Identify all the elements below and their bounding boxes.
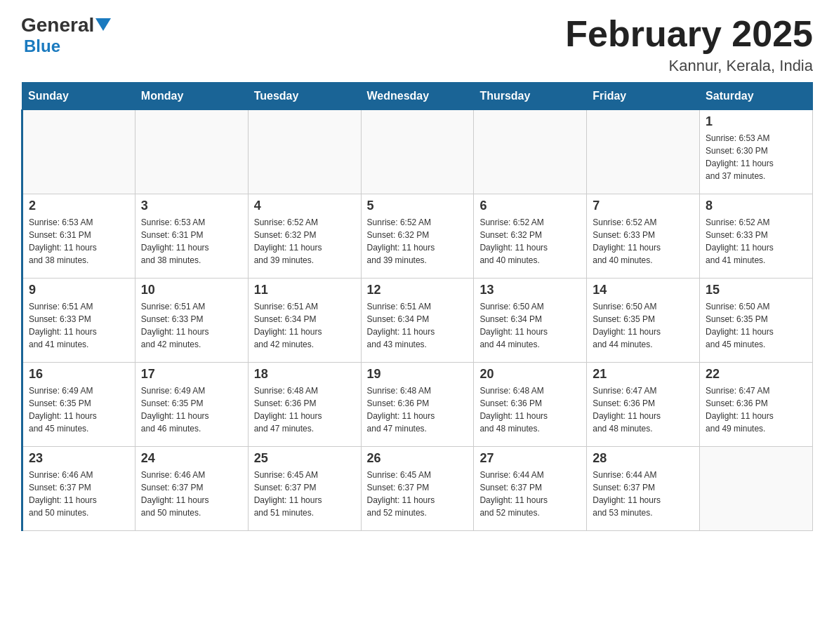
calendar-cell: 20Sunrise: 6:48 AMSunset: 6:36 PMDayligh… — [474, 363, 587, 447]
calendar-cell: 19Sunrise: 6:48 AMSunset: 6:36 PMDayligh… — [361, 363, 474, 447]
day-number: 10 — [141, 283, 242, 297]
day-number: 8 — [706, 199, 807, 213]
day-info: Sunrise: 6:50 AMSunset: 6:35 PMDaylight:… — [706, 300, 807, 351]
calendar-header-thursday: Thursday — [474, 83, 587, 110]
day-info: Sunrise: 6:47 AMSunset: 6:36 PMDaylight:… — [593, 384, 694, 435]
page-header: General Blue February 2025 Kannur, Keral… — [21, 14, 813, 75]
day-info: Sunrise: 6:53 AMSunset: 6:31 PMDaylight:… — [141, 216, 242, 267]
calendar-week-row: 9Sunrise: 6:51 AMSunset: 6:33 PMDaylight… — [22, 279, 813, 363]
logo-arrow-icon — [95, 18, 111, 34]
calendar-week-row: 16Sunrise: 6:49 AMSunset: 6:35 PMDayligh… — [22, 363, 813, 447]
calendar-header-row: SundayMondayTuesdayWednesdayThursdayFrid… — [22, 83, 813, 110]
day-info: Sunrise: 6:52 AMSunset: 6:32 PMDaylight:… — [479, 216, 581, 267]
calendar-cell: 6Sunrise: 6:52 AMSunset: 6:32 PMDaylight… — [474, 194, 587, 279]
calendar-cell: 24Sunrise: 6:46 AMSunset: 6:37 PMDayligh… — [135, 447, 248, 531]
day-number: 21 — [593, 367, 694, 382]
calendar-cell — [700, 447, 813, 531]
calendar-cell: 9Sunrise: 6:51 AMSunset: 6:33 PMDaylight… — [22, 279, 135, 363]
day-number: 22 — [706, 367, 807, 382]
calendar-cell: 11Sunrise: 6:51 AMSunset: 6:34 PMDayligh… — [248, 279, 361, 363]
day-number: 4 — [254, 199, 355, 213]
day-number: 27 — [479, 451, 581, 466]
day-info: Sunrise: 6:52 AMSunset: 6:32 PMDaylight:… — [254, 216, 355, 267]
calendar-cell: 21Sunrise: 6:47 AMSunset: 6:36 PMDayligh… — [587, 363, 700, 447]
day-info: Sunrise: 6:47 AMSunset: 6:36 PMDaylight:… — [706, 384, 807, 435]
day-info: Sunrise: 6:50 AMSunset: 6:35 PMDaylight:… — [593, 300, 694, 351]
calendar-cell — [248, 110, 361, 194]
day-info: Sunrise: 6:52 AMSunset: 6:32 PMDaylight:… — [367, 216, 468, 267]
calendar-cell: 14Sunrise: 6:50 AMSunset: 6:35 PMDayligh… — [587, 279, 700, 363]
day-number: 9 — [29, 283, 129, 297]
day-number: 14 — [593, 283, 694, 297]
day-info: Sunrise: 6:48 AMSunset: 6:36 PMDaylight:… — [367, 384, 468, 435]
day-number: 19 — [367, 367, 468, 382]
day-number: 5 — [367, 199, 468, 213]
calendar-week-row: 1Sunrise: 6:53 AMSunset: 6:30 PMDaylight… — [22, 110, 813, 194]
calendar-header-monday: Monday — [135, 83, 248, 110]
calendar-cell — [361, 110, 474, 194]
location: Kannur, Kerala, India — [565, 57, 813, 75]
calendar-header-friday: Friday — [587, 83, 700, 110]
calendar-cell — [587, 110, 700, 194]
title-area: February 2025 Kannur, Kerala, India — [565, 14, 813, 75]
day-info: Sunrise: 6:52 AMSunset: 6:33 PMDaylight:… — [593, 216, 694, 267]
day-info: Sunrise: 6:52 AMSunset: 6:33 PMDaylight:… — [706, 216, 807, 267]
calendar-header-tuesday: Tuesday — [248, 83, 361, 110]
calendar-cell: 26Sunrise: 6:45 AMSunset: 6:37 PMDayligh… — [361, 447, 474, 531]
calendar-cell — [474, 110, 587, 194]
calendar-cell: 2Sunrise: 6:53 AMSunset: 6:31 PMDaylight… — [22, 194, 135, 279]
day-number: 11 — [254, 283, 355, 297]
calendar-cell: 10Sunrise: 6:51 AMSunset: 6:33 PMDayligh… — [135, 279, 248, 363]
calendar-week-row: 23Sunrise: 6:46 AMSunset: 6:37 PMDayligh… — [22, 447, 813, 531]
day-number: 25 — [254, 451, 355, 466]
day-number: 28 — [593, 451, 694, 466]
day-number: 15 — [706, 283, 807, 297]
calendar-cell — [22, 110, 135, 194]
day-info: Sunrise: 6:46 AMSunset: 6:37 PMDaylight:… — [29, 469, 129, 519]
calendar-cell: 4Sunrise: 6:52 AMSunset: 6:32 PMDaylight… — [248, 194, 361, 279]
day-number: 26 — [367, 451, 468, 466]
calendar-cell: 13Sunrise: 6:50 AMSunset: 6:34 PMDayligh… — [474, 279, 587, 363]
day-number: 7 — [593, 199, 694, 213]
day-info: Sunrise: 6:49 AMSunset: 6:35 PMDaylight:… — [141, 384, 242, 435]
calendar-cell: 12Sunrise: 6:51 AMSunset: 6:34 PMDayligh… — [361, 279, 474, 363]
day-number: 3 — [141, 199, 242, 213]
calendar-cell: 22Sunrise: 6:47 AMSunset: 6:36 PMDayligh… — [700, 363, 813, 447]
calendar-cell: 16Sunrise: 6:49 AMSunset: 6:35 PMDayligh… — [22, 363, 135, 447]
day-info: Sunrise: 6:44 AMSunset: 6:37 PMDaylight:… — [479, 469, 581, 519]
calendar-cell: 17Sunrise: 6:49 AMSunset: 6:35 PMDayligh… — [135, 363, 248, 447]
day-number: 12 — [367, 283, 468, 297]
day-number: 16 — [29, 367, 129, 382]
day-number: 2 — [29, 199, 129, 213]
day-info: Sunrise: 6:51 AMSunset: 6:34 PMDaylight:… — [254, 300, 355, 351]
calendar-cell: 25Sunrise: 6:45 AMSunset: 6:37 PMDayligh… — [248, 447, 361, 531]
day-number: 18 — [254, 367, 355, 382]
day-info: Sunrise: 6:44 AMSunset: 6:37 PMDaylight:… — [593, 469, 694, 519]
calendar-cell: 15Sunrise: 6:50 AMSunset: 6:35 PMDayligh… — [700, 279, 813, 363]
day-info: Sunrise: 6:53 AMSunset: 6:30 PMDaylight:… — [706, 132, 807, 182]
day-info: Sunrise: 6:51 AMSunset: 6:33 PMDaylight:… — [141, 300, 242, 351]
day-number: 23 — [29, 451, 129, 466]
calendar-week-row: 2Sunrise: 6:53 AMSunset: 6:31 PMDaylight… — [22, 194, 813, 279]
day-number: 20 — [479, 367, 581, 382]
calendar-cell — [135, 110, 248, 194]
calendar-cell: 5Sunrise: 6:52 AMSunset: 6:32 PMDaylight… — [361, 194, 474, 279]
calendar-cell: 8Sunrise: 6:52 AMSunset: 6:33 PMDaylight… — [700, 194, 813, 279]
calendar-cell: 3Sunrise: 6:53 AMSunset: 6:31 PMDaylight… — [135, 194, 248, 279]
calendar-cell: 18Sunrise: 6:48 AMSunset: 6:36 PMDayligh… — [248, 363, 361, 447]
day-number: 13 — [479, 283, 581, 297]
calendar-cell: 1Sunrise: 6:53 AMSunset: 6:30 PMDaylight… — [700, 110, 813, 194]
day-number: 6 — [479, 199, 581, 213]
day-info: Sunrise: 6:45 AMSunset: 6:37 PMDaylight:… — [254, 469, 355, 519]
calendar-cell: 27Sunrise: 6:44 AMSunset: 6:37 PMDayligh… — [474, 447, 587, 531]
svg-marker-0 — [95, 18, 111, 31]
logo-general-text: General — [21, 14, 94, 36]
calendar-cell: 28Sunrise: 6:44 AMSunset: 6:37 PMDayligh… — [587, 447, 700, 531]
logo-blue-text: Blue — [24, 36, 60, 56]
calendar-header-saturday: Saturday — [700, 83, 813, 110]
day-info: Sunrise: 6:49 AMSunset: 6:35 PMDaylight:… — [29, 384, 129, 435]
day-info: Sunrise: 6:48 AMSunset: 6:36 PMDaylight:… — [479, 384, 581, 435]
calendar-header-sunday: Sunday — [22, 83, 135, 110]
day-number: 1 — [706, 114, 807, 129]
day-info: Sunrise: 6:51 AMSunset: 6:34 PMDaylight:… — [367, 300, 468, 351]
